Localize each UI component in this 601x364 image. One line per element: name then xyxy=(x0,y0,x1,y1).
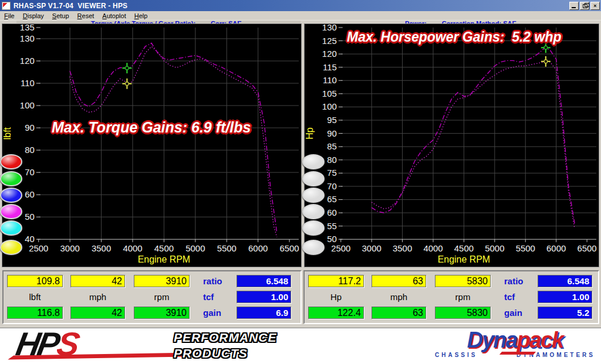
tcf-label: tcf xyxy=(504,292,535,302)
y-tick-label: 85 xyxy=(327,141,337,151)
title-bar[interactable]: RHAS-SP V1.7-04 VIEWER - HPS × xyxy=(0,0,601,11)
channel-button-3[interactable] xyxy=(302,188,325,203)
hps-tagline: PERFORMANCE PRODUCTS xyxy=(174,329,277,361)
channel-button-red[interactable] xyxy=(0,154,22,169)
menu-file[interactable]: File xyxy=(0,12,19,19)
x-tick-label: 6000 xyxy=(248,243,268,253)
close-button[interactable]: × xyxy=(590,2,600,10)
minimize-button[interactable] xyxy=(569,2,579,10)
close-icon: × xyxy=(593,3,596,9)
dynapack-red-bar xyxy=(499,352,536,355)
modified-cursor xyxy=(126,67,129,70)
y-tick-label: 70 xyxy=(25,167,35,177)
menu-display[interactable]: Display xyxy=(19,12,48,19)
hp-unit-label: Hp xyxy=(308,292,364,302)
hps-tagline-line1: PERFORMANCE xyxy=(174,329,277,345)
dynapack-pack-text: pack xyxy=(517,328,563,352)
channel-button-4[interactable] xyxy=(302,204,325,219)
torque-unit-label: lbft xyxy=(7,292,63,302)
restore-icon xyxy=(583,4,588,8)
series-baseline xyxy=(70,46,277,237)
y-tick-label: 80 xyxy=(25,145,35,155)
x-axis-title: Engine RPM xyxy=(438,254,490,264)
y-tick-label: 40 xyxy=(25,234,35,244)
power-data-panel: 117.2 63 5830 Hp mph rpm 122.4 63 5830 r… xyxy=(303,270,599,324)
rpm-unit-label: rpm xyxy=(435,292,491,302)
x-tick-label: 5500 xyxy=(217,243,237,253)
gain-label: gain xyxy=(504,308,535,318)
torque-baseline-rpm: 3910 xyxy=(134,275,190,287)
channel-button-cyan[interactable] xyxy=(0,220,22,236)
x-tick-label: 2500 xyxy=(29,243,48,253)
ratio-label: ratio xyxy=(504,276,535,286)
hps-logo: HPS PERFORMANCE PRODUCTS xyxy=(16,328,77,363)
y-tick-label: 55 xyxy=(327,221,337,231)
channel-button-1[interactable] xyxy=(302,154,325,169)
x-tick-label: 5500 xyxy=(516,243,535,253)
x-tick-label: 3500 xyxy=(393,243,412,253)
power-chart-panel[interactable]: 2500300035004000450050005500600065001301… xyxy=(304,23,599,267)
y-tick-label: 75 xyxy=(327,168,337,178)
power-ratio-value: 6.548 xyxy=(538,275,592,287)
series-modified xyxy=(70,43,277,233)
channel-button-green[interactable] xyxy=(0,171,22,186)
gain-label: gain xyxy=(203,308,234,318)
logo-footer: HPS PERFORMANCE PRODUCTS Dynapack CHASSI… xyxy=(0,328,601,364)
x-tick-label: 6500 xyxy=(577,243,596,253)
power-chart[interactable]: 2500300035004000450050005500600065001301… xyxy=(305,24,599,267)
x-axis-title: Engine RPM xyxy=(138,254,190,264)
torque-modified-rpm: 3910 xyxy=(134,307,190,319)
app-icon xyxy=(2,2,11,10)
power-gains-annotation: Max. Horsepower Gains: 5.2 whp xyxy=(347,29,562,45)
x-tick-label: 2500 xyxy=(331,243,350,253)
y-tick-label: 70 xyxy=(327,181,337,191)
channel-button-2[interactable] xyxy=(302,171,325,186)
y-tick-label: 90 xyxy=(25,123,35,132)
torque-baseline-value: 109.8 xyxy=(7,275,63,287)
menu-bar: File Display Setup Reset Autoplot Help xyxy=(0,11,601,21)
x-tick-label: 6500 xyxy=(279,243,299,253)
y-tick-label: 50 xyxy=(25,212,35,222)
power-modified-value: 122.4 xyxy=(308,307,364,319)
dynapack-logo: Dynapack CHASSIS DYNAMOMETERS xyxy=(431,329,599,358)
mph-unit-label: mph xyxy=(70,292,125,302)
menu-reset[interactable]: Reset xyxy=(73,12,99,19)
power-gain-value: 5.2 xyxy=(538,307,592,319)
x-tick-label: 5000 xyxy=(185,243,205,253)
channel-button-magenta[interactable] xyxy=(0,204,22,219)
window-controls: × xyxy=(569,2,600,10)
power-baseline-mph: 63 xyxy=(372,275,426,287)
torque-gains-annotation: Max. Torque Gains: 6.9 ft/lbs xyxy=(52,119,251,136)
y-tick-label: 50 xyxy=(327,234,337,244)
x-tick-label: 3000 xyxy=(362,243,381,253)
x-tick-label: 6000 xyxy=(546,243,566,253)
menu-help[interactable]: Help xyxy=(130,12,152,19)
mph-unit-label: mph xyxy=(372,292,426,302)
window-title: RHAS-SP V1.7-04 VIEWER - HPS xyxy=(13,2,569,10)
torque-channel-buttons xyxy=(2,24,23,267)
channel-button-blue[interactable] xyxy=(0,188,22,203)
power-tcf-value: 1.00 xyxy=(538,291,592,303)
modified-cursor xyxy=(544,46,547,49)
app-window: RHAS-SP V1.7-04 VIEWER - HPS × File Disp… xyxy=(0,0,601,364)
power-modified-rpm: 5830 xyxy=(435,307,491,319)
menu-setup[interactable]: Setup xyxy=(48,12,73,19)
restore-button[interactable] xyxy=(580,2,589,10)
torque-data-panel: 109.8 42 3910 lbft mph rpm 116.8 42 3910… xyxy=(2,270,302,324)
x-tick-label: 5000 xyxy=(485,243,504,253)
y-tick-label: 90 xyxy=(327,128,337,138)
torque-chart-panel[interactable]: 2500300035004000450050005500600065001351… xyxy=(2,23,302,267)
dynapack-chassis-text: CHASSIS xyxy=(435,352,477,358)
x-tick-label: 4000 xyxy=(423,243,443,253)
channel-button-yellow[interactable] xyxy=(0,240,22,255)
torque-chart[interactable]: 2500300035004000450050005500600065001351… xyxy=(2,24,301,267)
channel-button-5[interactable] xyxy=(302,220,325,236)
torque-modified-value: 116.8 xyxy=(7,307,63,319)
minimize-icon xyxy=(572,7,576,8)
hps-tagline-line2: PRODUCTS xyxy=(174,345,277,361)
power-modified-mph: 63 xyxy=(372,307,426,319)
x-tick-label: 4000 xyxy=(123,243,142,253)
channel-button-6[interactable] xyxy=(302,240,325,255)
series-modified xyxy=(372,47,575,223)
menu-autoplot[interactable]: Autoplot xyxy=(98,12,130,19)
